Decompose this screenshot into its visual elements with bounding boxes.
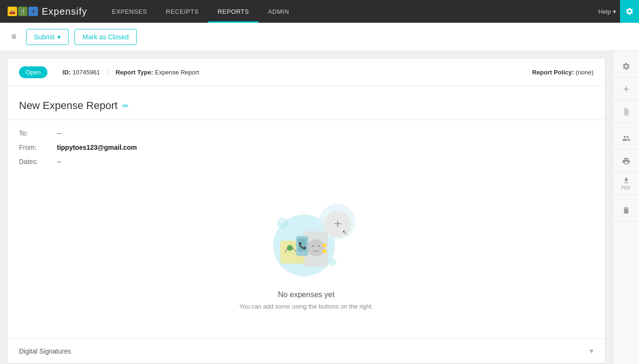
download-icon: [622, 177, 630, 184]
nav-receipts[interactable]: RECEIPTS: [157, 0, 208, 23]
empty-title: No expenses yet: [278, 291, 334, 299]
svg-text:📞: 📞: [298, 242, 306, 250]
report-fields: To: -- From: tippytoes123@gmail.com Date…: [8, 120, 605, 182]
report-type-label: Report Type:: [116, 69, 153, 76]
svg-point-3: [329, 258, 336, 266]
add-expense-button[interactable]: [613, 78, 639, 100]
pdf-download-button[interactable]: PDF: [613, 173, 639, 195]
attach-button[interactable]: [613, 100, 639, 123]
trash-icon: [622, 206, 630, 215]
report-header: Open ID: 10745961 Report Type: Expense R…: [8, 59, 605, 86]
field-from: From: tippytoes123@gmail.com: [19, 144, 593, 151]
logo-text: Expensify: [42, 6, 87, 17]
logo-icons: 🚗 🍴 ✈: [8, 7, 38, 16]
chevron-down-icon: ▾: [590, 346, 593, 355]
help-label: Help: [598, 8, 611, 15]
field-to: To: --: [19, 129, 593, 137]
empty-subtitle: You can add some using the buttons on th…: [239, 303, 373, 310]
toolbar: ≡ Submit ▾ Mark as Closed: [0, 23, 639, 51]
svg-point-11: [312, 245, 314, 247]
digital-signatures[interactable]: Digital Signatures ▾: [8, 338, 605, 363]
svg-point-10: [307, 239, 324, 256]
print-button[interactable]: [613, 150, 639, 173]
svg-point-2: [277, 218, 288, 229]
help-button[interactable]: Help ▾: [598, 8, 616, 15]
status-badge: Open: [19, 66, 47, 78]
mark-closed-button[interactable]: Mark as Closed: [74, 29, 137, 45]
id-label: ID:: [63, 69, 71, 76]
car-icon: 🚗: [8, 7, 17, 16]
policy-label: Report Policy:: [532, 69, 574, 76]
gear-sidebar-icon: [622, 62, 630, 71]
print-icon: [622, 157, 630, 165]
main-layout: Open ID: 10745961 Report Type: Expense R…: [0, 51, 639, 364]
svg-text:↖: ↖: [342, 228, 348, 236]
from-value: tippytoes123@gmail.com: [57, 144, 137, 151]
empty-illustration: + ↖: [254, 200, 359, 281]
report-card: Open ID: 10745961 Report Type: Expense R…: [8, 59, 605, 363]
edit-icon[interactable]: ✏: [122, 101, 129, 110]
policy-value: (none): [575, 69, 593, 76]
plus-icon: [622, 85, 630, 93]
people-icon: [622, 134, 630, 143]
report-id: ID: 10745961: [55, 69, 108, 76]
to-label: To:: [19, 129, 57, 137]
topnav-right: Help ▾: [598, 0, 631, 23]
dates-label: Dates:: [19, 158, 57, 165]
settings-sidebar-button[interactable]: [613, 55, 639, 78]
report-type-value: Expense Report: [155, 69, 199, 76]
submit-dropdown-icon: ▾: [57, 33, 61, 41]
settings-button[interactable]: [620, 0, 639, 23]
report-meta: ID: 10745961 Report Type: Expense Report: [55, 69, 207, 76]
nav-expenses[interactable]: EXPENSES: [102, 0, 157, 23]
delete-button[interactable]: [613, 199, 639, 222]
pdf-label: PDF: [621, 185, 631, 191]
dates-value: --: [57, 158, 61, 165]
svg-point-14: [323, 249, 326, 253]
from-label: From:: [19, 144, 57, 151]
content-area: Open ID: 10745961 Report Type: Expense R…: [0, 51, 612, 364]
report-title-text: New Expense Report: [19, 100, 118, 112]
right-sidebar: PDF: [612, 51, 639, 364]
report-title: New Expense Report ✏: [19, 100, 593, 112]
nav-reports[interactable]: REPORTS: [208, 0, 259, 23]
nav-links: EXPENSES RECEIPTS REPORTS ADMIN: [102, 0, 599, 23]
field-dates: Dates: --: [19, 158, 593, 165]
svg-text:+: +: [333, 216, 341, 231]
help-dropdown-icon: ▾: [613, 8, 616, 15]
empty-illustration-svg: + ↖: [254, 200, 359, 281]
svg-point-12: [318, 245, 320, 247]
report-policy: Report Policy: (none): [532, 69, 593, 76]
logo: 🚗 🍴 ✈ Expensify: [8, 6, 87, 17]
svg-point-13: [323, 244, 326, 247]
gear-icon: [625, 7, 634, 16]
to-value: --: [57, 129, 61, 137]
submit-label: Submit: [34, 33, 55, 41]
share-button[interactable]: [613, 127, 639, 150]
nav-admin[interactable]: ADMIN: [259, 0, 298, 23]
submit-button[interactable]: Submit ▾: [26, 29, 69, 45]
top-navigation: 🚗 🍴 ✈ Expensify EXPENSES RECEIPTS REPORT…: [0, 0, 639, 23]
empty-state: + ↖: [8, 182, 605, 338]
report-title-section: New Expense Report ✏: [8, 86, 605, 120]
plane-icon: ✈: [28, 7, 38, 16]
food-icon: 🍴: [18, 7, 28, 16]
digital-sigs-label: Digital Signatures: [19, 347, 71, 355]
hamburger-button[interactable]: ≡: [11, 32, 17, 42]
paperclip-icon: [622, 108, 630, 116]
id-value: 10745961: [73, 69, 100, 76]
report-type: Report Type: Expense Report: [108, 69, 207, 76]
